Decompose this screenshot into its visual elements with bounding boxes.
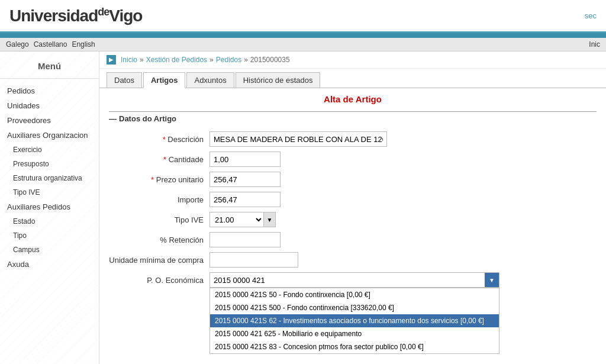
retencion-row: % Retención [109,232,597,247]
tab-historico[interactable]: Histórico de estados [236,72,321,88]
language-links: Galego Castellano English [6,40,95,49]
tipo-ive-label: Tipo IVE [109,215,209,224]
breadcrumb-inicio[interactable]: Inicio [121,56,137,64]
form-title: Alta de Artigo [109,94,597,104]
tipo-ive-dropdown-btn[interactable]: ▼ [263,212,275,227]
retencion-label: % Retención [109,236,209,244]
lang-castellano[interactable]: Castellano [34,40,67,49]
sidebar-item-estado[interactable]: Estado [0,214,99,228]
sidebar-item-tipo-ive[interactable]: Tipo IVE [0,185,99,199]
breadcrumb-current: 2015000035 [250,56,290,64]
po-input-row: ▼ [209,272,499,288]
po-dropdown-button[interactable]: ▼ [485,273,499,287]
sidebar-item-estrutura[interactable]: Estrutura organizativa [0,171,99,185]
tipo-ive-select-wrapper: 21.00 10.00 4.00 0.00 ▼ [209,212,276,227]
lang-english[interactable]: English [72,40,95,49]
po-option-1[interactable]: 2015 0000 421S 50 - Fondo continxencia [… [210,288,499,301]
tipo-ive-row: Tipo IVE 21.00 10.00 4.00 0.00 ▼ [109,212,597,227]
po-option-4[interactable]: 2015 0000 421 625 - Mobiliario e equipam… [210,327,499,340]
tabs: Datos Artigos Adxuntos Histórico de esta… [99,69,606,88]
section-header: — Datos do Artigo [109,111,597,125]
sidebar-item-unidades[interactable]: Unidades [0,98,99,113]
importe-label: Importe [109,195,209,204]
lang-galego[interactable]: Galego [6,40,29,49]
sidebar-item-pedidos[interactable]: Pedidos [0,83,99,98]
logo-de: de [98,6,109,18]
prezo-row: Prezo unitario [109,172,597,187]
tab-artigos[interactable]: Artigos [143,72,186,88]
cantidad-label: Cantidade [109,155,209,164]
inic-link[interactable]: Inic [589,40,600,49]
cantidad-input[interactable] [209,152,281,167]
sidebar-item-auxiliares-org[interactable]: Auxiliares Organizacion [0,128,99,143]
po-option-5[interactable]: 2015 0000 421S 83 - Concesion ptmos fora… [210,340,499,353]
logo: UniversidaddeVigo [9,6,142,25]
po-label: P. O. Económica [109,276,209,285]
header: UniversidaddeVigo sec [0,0,606,33]
importe-row: Importe [109,192,597,207]
sidebar-item-presuposto[interactable]: Presuposto [0,157,99,171]
po-wrapper: ▼ 2015 0000 421S 50 - Fondo continxencia… [209,272,499,288]
sidebar-item-campus[interactable]: Campus [0,243,99,257]
sidebar-item-exercicio[interactable]: Exercicio [0,143,99,157]
cantidad-row: Cantidade [109,152,597,167]
form-area: Alta de Artigo — Datos do Artigo Descric… [99,88,606,319]
descripcion-row: Descrición [109,131,597,147]
sidebar-item-auxiliares-pedidos[interactable]: Auxiliares Pedidos [0,199,99,214]
tab-adxuntos[interactable]: Adxuntos [186,72,234,88]
breadcrumb: ▶ Inicio » Xestión de Pedidos » Pedidos … [99,51,606,69]
header-right-text: sec [585,11,597,20]
sidebar-item-axuda[interactable]: Axuda [0,257,99,272]
sidebar: Menú Pedidos Unidades Proveedores Auxili… [0,51,99,364]
nav-bar [0,33,606,38]
tab-datos[interactable]: Datos [107,72,142,88]
prezo-label: Prezo unitario [109,175,209,184]
po-input[interactable] [210,273,485,287]
unidade-row: Unidade mínima de compra [109,252,597,268]
po-row: P. O. Económica ▼ 2015 0000 421S 50 - Fo… [109,272,597,288]
content-area: ▶ Inicio » Xestión de Pedidos » Pedidos … [99,51,606,364]
unidade-label: Unidade mínima de compra [109,256,209,265]
descripcion-input[interactable] [209,131,387,147]
main-layout: Menú Pedidos Unidades Proveedores Auxili… [0,51,606,364]
breadcrumb-xestion[interactable]: Xestión de Pedidos [146,56,207,64]
unidade-input[interactable] [209,252,298,268]
retencion-input[interactable] [209,232,281,247]
breadcrumb-pedidos[interactable]: Pedidos [216,56,241,64]
po-dropdown-list: 2015 0000 421S 50 - Fondo continxencia [… [209,288,499,354]
po-option-3[interactable]: 2015 0000 421S 62 - Investimentos asocia… [210,314,499,327]
prezo-input[interactable] [209,172,281,187]
sidebar-item-proveedores[interactable]: Proveedores [0,113,99,128]
importe-input[interactable] [209,192,281,207]
sidebar-item-tipo[interactable]: Tipo [0,228,99,243]
descripcion-label: Descrición [109,135,209,144]
lang-bar: Galego Castellano English Inic [0,38,606,51]
po-option-2[interactable]: 2015 0000 421S 500 - Fondo continxencia … [210,301,499,314]
breadcrumb-arrow: ▶ [107,55,116,65]
sidebar-title: Menú [0,56,99,79]
tipo-ive-select[interactable]: 21.00 10.00 4.00 0.00 [210,212,263,227]
